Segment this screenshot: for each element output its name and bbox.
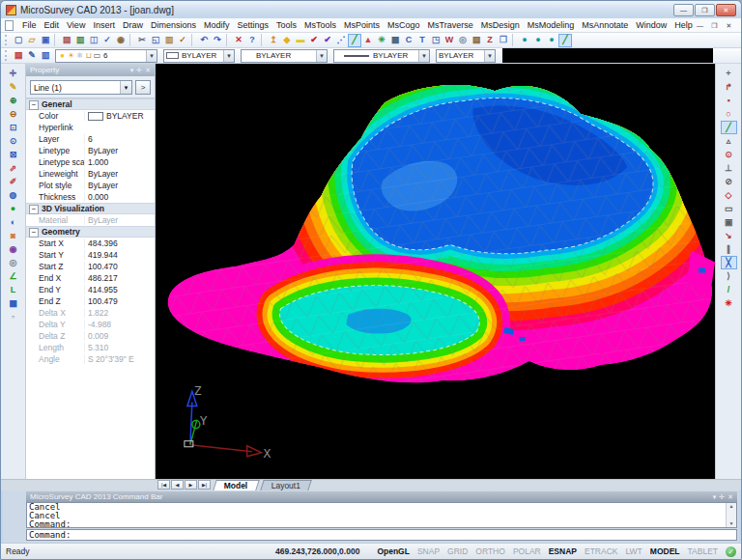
- draworder-icon[interactable]: ✛: [5, 67, 21, 80]
- layer-manager-icon[interactable]: ▤: [12, 49, 25, 63]
- tab-first-button[interactable]: |◀: [157, 480, 170, 490]
- boundary-icon[interactable]: ▬: [294, 34, 307, 47]
- hatch-icon[interactable]: ◆: [280, 34, 294, 47]
- entity-selector[interactable]: Line (1) ▼: [30, 80, 132, 95]
- snap-circle-icon[interactable]: ○: [721, 107, 737, 121]
- status-toggle[interactable]: GRID: [443, 546, 471, 556]
- property-row[interactable]: Plot style ByLayer: [26, 180, 155, 191]
- zoom-in-icon[interactable]: ⊕: [5, 94, 21, 107]
- spell-check-icon[interactable]: ✓: [100, 34, 114, 47]
- angle-measure-icon[interactable]: ∠: [5, 269, 21, 283]
- mdi-restore-button[interactable]: ❐: [708, 20, 721, 31]
- view-point-icon[interactable]: ◎: [456, 34, 470, 47]
- property-row[interactable]: Start Y 419.944: [26, 249, 155, 261]
- minimize-button[interactable]: —: [673, 4, 694, 16]
- zoom-window-icon[interactable]: ⊡: [5, 121, 21, 134]
- menu-item[interactable]: MsPoints: [340, 20, 384, 30]
- menu-item[interactable]: Modify: [200, 20, 234, 30]
- draworder-up-icon[interactable]: ↥: [267, 34, 280, 47]
- pan-icon[interactable]: ⇗: [5, 161, 21, 175]
- layer-combo[interactable]: ●☀❄⊔▭ 6 ▼: [55, 49, 157, 63]
- hide-icon[interactable]: ◉: [5, 242, 21, 256]
- watch-w-icon[interactable]: W: [442, 34, 456, 47]
- property-row[interactable]: Length 5.310: [26, 342, 155, 353]
- snap-endpoint-icon[interactable]: ▪: [721, 94, 737, 107]
- property-row[interactable]: End X 486.217: [26, 272, 155, 284]
- command-bar-menu-button[interactable]: ▾: [713, 492, 717, 502]
- menu-item[interactable]: MsDesign: [477, 20, 524, 30]
- property-row[interactable]: Geometry: [26, 226, 155, 238]
- command-bar-close-button[interactable]: ✕: [728, 492, 733, 502]
- status-toggle[interactable]: ETRACK: [581, 546, 621, 556]
- tab-prev-button[interactable]: ◀: [171, 480, 184, 490]
- property-row[interactable]: 3D Visualization: [26, 203, 155, 214]
- snap-point-icon[interactable]: ↘: [721, 229, 737, 242]
- undo-icon[interactable]: ↶: [197, 34, 211, 47]
- status-toggle[interactable]: TABLET: [684, 546, 723, 556]
- sub-z-icon[interactable]: Z: [483, 34, 497, 47]
- text-t-icon[interactable]: T: [415, 34, 429, 47]
- tab-model[interactable]: Model: [213, 480, 259, 490]
- property-row[interactable]: Angle S 20°3'39" E: [26, 353, 155, 365]
- property-row[interactable]: Lineweight ByLayer: [26, 168, 155, 180]
- menu-item[interactable]: MsAnnotate: [578, 20, 632, 30]
- property-row[interactable]: Start Z 100.470: [26, 261, 155, 272]
- menu-item[interactable]: Edit: [41, 20, 64, 30]
- smart-line-2-icon[interactable]: ╱: [558, 34, 572, 47]
- snap-nearest-icon[interactable]: ╱: [721, 121, 737, 134]
- curve-c-icon[interactable]: C: [402, 34, 415, 47]
- layer-explorer-icon[interactable]: ▥: [39, 49, 52, 63]
- status-toggle[interactable]: OpenGL: [373, 546, 414, 556]
- menu-item[interactable]: Settings: [233, 20, 272, 30]
- table-icon[interactable]: ▦: [5, 296, 21, 310]
- close-button[interactable]: ✕: [716, 4, 736, 16]
- copy-icon[interactable]: ◱: [149, 34, 162, 47]
- layer-by-entity-icon[interactable]: ✎: [25, 49, 39, 63]
- status-toggle[interactable]: LWT: [621, 546, 645, 556]
- snap-parallel-icon[interactable]: ∥: [721, 242, 737, 256]
- property-row[interactable]: Delta Y -4.988: [26, 319, 155, 330]
- command-history-scrollbar[interactable]: ▲ ▼: [726, 503, 736, 527]
- erase-icon[interactable]: ✕: [232, 34, 245, 47]
- status-toggle[interactable]: MODEL: [646, 546, 684, 556]
- menu-item[interactable]: File: [18, 20, 41, 30]
- menu-item[interactable]: View: [63, 20, 89, 30]
- menu-item[interactable]: Window: [632, 20, 671, 30]
- point-draw-icon[interactable]: ⋰: [334, 34, 348, 47]
- ortho-line-icon[interactable]: L: [5, 283, 21, 296]
- status-toggle[interactable]: SNAP: [414, 546, 443, 556]
- snap-none-icon[interactable]: +: [721, 67, 737, 80]
- menu-item[interactable]: Dimensions: [147, 20, 200, 30]
- terrain-model[interactable]: Z Y X: [156, 64, 715, 479]
- quick-select-button[interactable]: >: [135, 80, 151, 95]
- redraw-icon[interactable]: ✐: [5, 175, 21, 188]
- redo-icon[interactable]: ↷: [211, 34, 224, 47]
- property-row[interactable]: Start X 484.396: [26, 238, 155, 249]
- render-icon[interactable]: ◐: [5, 215, 21, 229]
- property-row[interactable]: Layer 6: [26, 133, 155, 145]
- menu-item[interactable]: MsCogo: [384, 20, 424, 30]
- print-icon[interactable]: ▥: [73, 34, 87, 47]
- plot-style-combo[interactable]: BYLAYER ▼: [436, 49, 496, 63]
- property-row[interactable]: Delta X 1.822: [26, 307, 155, 319]
- paste-icon[interactable]: ▥: [162, 34, 176, 47]
- snap-settings-icon[interactable]: ✳: [721, 296, 737, 310]
- status-toggle[interactable]: ORTHO: [471, 546, 509, 556]
- property-row[interactable]: Linetype scale 1.000: [26, 156, 155, 168]
- snap-midpoint-icon[interactable]: ▵: [721, 134, 737, 148]
- menu-item[interactable]: MsTools: [300, 20, 340, 30]
- menu-item[interactable]: MsModeling: [524, 20, 579, 30]
- menu-item[interactable]: Tools: [272, 20, 300, 30]
- audit-check-icon[interactable]: ✔: [307, 34, 321, 47]
- status-toggle[interactable]: POLAR: [509, 546, 545, 556]
- property-row[interactable]: End Z 100.479: [26, 295, 155, 307]
- menu-item[interactable]: Draw: [119, 20, 147, 30]
- sketch-icon[interactable]: ✎: [5, 80, 21, 94]
- command-bar-pin-icon[interactable]: ✛: [719, 492, 725, 502]
- snap-intersection-icon[interactable]: ╳: [721, 256, 737, 269]
- database-3-icon[interactable]: ●: [545, 34, 558, 47]
- tab-layout1[interactable]: Layout1: [260, 480, 312, 490]
- mdi-minimize-button[interactable]: —: [694, 20, 706, 31]
- snap-insert-icon[interactable]: ▣: [721, 215, 737, 229]
- property-row[interactable]: Material ByLayer: [26, 214, 155, 226]
